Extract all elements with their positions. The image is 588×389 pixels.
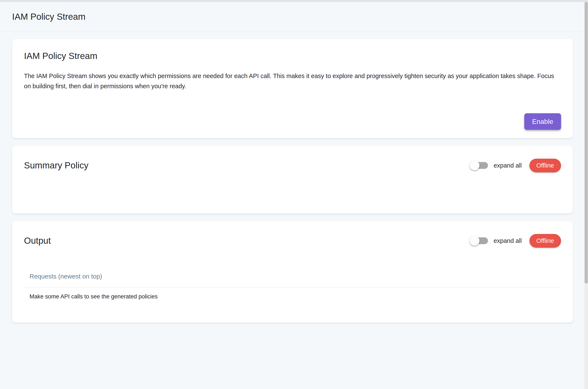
enable-button[interactable]: Enable xyxy=(524,113,561,130)
intro-card-description: The IAM Policy Stream shows you exactly … xyxy=(24,71,561,91)
output-expand-all-toggle[interactable] xyxy=(470,237,488,244)
vertical-scrollbar[interactable] xyxy=(584,2,588,389)
summary-expand-all-toggle[interactable] xyxy=(470,162,488,169)
summary-policy-header: Summary Policy expand all Offline xyxy=(24,159,561,172)
scrollbar-thumb[interactable] xyxy=(585,2,588,284)
page-title: IAM Policy Stream xyxy=(12,12,85,22)
requests-empty-message: Make some API calls to see the generated… xyxy=(24,293,561,300)
summary-expand-all-label: expand all xyxy=(493,162,521,169)
intro-card-title: IAM Policy Stream xyxy=(24,51,561,61)
output-title: Output xyxy=(24,236,51,246)
summary-policy-controls: expand all Offline xyxy=(470,159,561,172)
toggle-thumb xyxy=(470,161,479,170)
main-content: IAM Policy Stream The IAM Policy Stream … xyxy=(0,32,584,323)
requests-section: Requests (newest on top) Make some API c… xyxy=(24,273,561,300)
iam-policy-stream-page: IAM Policy Stream IAM Policy Stream The … xyxy=(0,2,584,389)
requests-heading: Requests (newest on top) xyxy=(24,273,561,280)
toggle-thumb xyxy=(470,236,479,246)
summary-policy-card: Summary Policy expand all Offline xyxy=(12,146,573,214)
intro-card: IAM Policy Stream The IAM Policy Stream … xyxy=(12,39,573,138)
output-card: Output expand all Offline Requests (newe… xyxy=(12,221,573,323)
output-status-badge[interactable]: Offline xyxy=(529,234,561,248)
output-expand-all-label: expand all xyxy=(493,237,521,244)
summary-status-badge[interactable]: Offline xyxy=(529,159,561,172)
window-top-edge xyxy=(0,0,588,2)
page-header: IAM Policy Stream xyxy=(0,2,584,32)
summary-policy-title: Summary Policy xyxy=(24,160,88,170)
output-controls: expand all Offline xyxy=(470,234,561,248)
output-header: Output expand all Offline xyxy=(24,234,561,248)
